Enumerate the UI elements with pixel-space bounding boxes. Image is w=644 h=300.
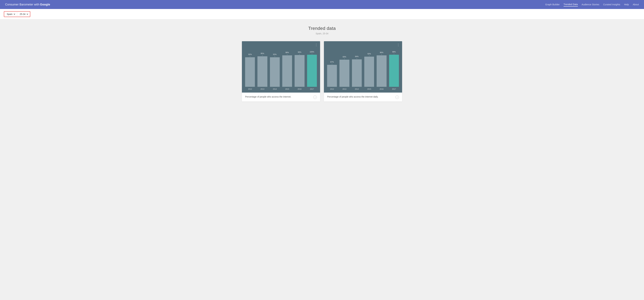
bar-group-2015: 92% bbox=[364, 53, 374, 87]
bar-tick bbox=[262, 55, 262, 56]
bar-label-top: 99% bbox=[298, 51, 301, 53]
bar-2014 bbox=[270, 57, 280, 87]
header: Consumer Barometer with Google Graph Bui… bbox=[0, 0, 644, 9]
bar-2015 bbox=[282, 55, 292, 87]
bar-label-top: 95% bbox=[261, 52, 264, 54]
bar-group-2015: 98% bbox=[282, 52, 292, 87]
bar-2016 bbox=[377, 55, 386, 87]
bar-2017 bbox=[389, 55, 399, 87]
bar-tick bbox=[287, 54, 287, 55]
chart-description: Percentage of people who access the inte… bbox=[245, 95, 312, 98]
nav-item-about[interactable]: About bbox=[633, 3, 639, 7]
bar-tick bbox=[357, 58, 357, 59]
nav-item-trended-data[interactable]: Trended Data bbox=[564, 3, 578, 7]
info-icon[interactable]: i bbox=[313, 95, 317, 99]
bars-container: 67%83%84%92%96%98% bbox=[327, 50, 399, 87]
x-label-2013: 2013 bbox=[258, 88, 267, 90]
bar-group-2017: 98% bbox=[389, 51, 399, 87]
chart-footer: Percentage of people who access the inte… bbox=[242, 93, 320, 102]
chart-area-chart-2: ⋮67%83%84%92%96%98%201220132014201520162… bbox=[324, 41, 402, 93]
x-axis-labels: 201220132014201520162017 bbox=[245, 88, 317, 90]
filter-wrapper: Spain 25-34 bbox=[4, 11, 30, 17]
charts-grid: ⋮92%95%92%98%99%100%20122013201420152016… bbox=[242, 41, 402, 102]
main-nav: Graph BuilderTrended DataAudience Storie… bbox=[545, 3, 639, 7]
filter-bar: Spain 25-34 bbox=[0, 9, 644, 20]
age-select[interactable]: 25-34 bbox=[18, 12, 29, 16]
x-label-2015: 2015 bbox=[364, 88, 374, 90]
chart-card-chart-2: ⋮67%83%84%92%96%98%201220132014201520162… bbox=[324, 41, 402, 102]
bar-2012 bbox=[245, 57, 255, 87]
bar-group-2017: 100% bbox=[307, 51, 317, 87]
bar-label-top: 96% bbox=[380, 52, 383, 53]
x-label-2013: 2013 bbox=[340, 88, 349, 90]
bar-2013 bbox=[340, 60, 349, 87]
bar-group-2013: 95% bbox=[258, 52, 267, 87]
info-icon[interactable]: i bbox=[395, 95, 399, 99]
x-label-2015: 2015 bbox=[282, 88, 292, 90]
nav-item-audience-stories[interactable]: Audience Stories bbox=[582, 3, 600, 7]
bar-tick bbox=[275, 56, 275, 57]
x-label-2012: 2012 bbox=[327, 88, 337, 90]
x-label-2017: 2017 bbox=[389, 88, 399, 90]
bar-label-top: 92% bbox=[248, 53, 252, 55]
bar-tick bbox=[344, 58, 344, 59]
chart-menu-icon[interactable]: ⋮ bbox=[397, 43, 400, 46]
bar-group-2014: 84% bbox=[352, 56, 362, 87]
bar-group-2014: 92% bbox=[270, 53, 280, 87]
chart-footer: Percentage of people who access the inte… bbox=[324, 93, 402, 102]
filter-divider bbox=[17, 12, 17, 16]
country-select[interactable]: Spain bbox=[6, 12, 16, 16]
x-label-2016: 2016 bbox=[377, 88, 386, 90]
bar-group-2012: 67% bbox=[327, 61, 337, 87]
nav-item-graph-builder[interactable]: Graph Builder bbox=[545, 3, 560, 7]
chart-menu-icon[interactable]: ⋮ bbox=[315, 43, 318, 46]
logo-text: Consumer Barometer with bbox=[5, 3, 40, 6]
bar-2017 bbox=[307, 55, 317, 87]
page-title: Trended data bbox=[308, 26, 336, 31]
chart-card-chart-1: ⋮92%95%92%98%99%100%20122013201420152016… bbox=[242, 41, 320, 102]
logo: Consumer Barometer with Google bbox=[5, 3, 50, 6]
bar-2012 bbox=[327, 65, 337, 87]
page-subtitle: Spain, 25-34 bbox=[316, 32, 328, 35]
bar-label-top: 92% bbox=[368, 53, 371, 55]
bar-label-top: 83% bbox=[343, 56, 346, 58]
bar-label-top: 92% bbox=[273, 53, 276, 55]
chart-description: Percentage of people who access the inte… bbox=[327, 95, 394, 98]
bar-2015 bbox=[364, 57, 374, 87]
bar-label-top: 98% bbox=[286, 52, 289, 53]
x-label-2014: 2014 bbox=[270, 88, 280, 90]
x-label-2014: 2014 bbox=[352, 88, 362, 90]
x-label-2012: 2012 bbox=[245, 88, 255, 90]
bar-group-2016: 99% bbox=[294, 51, 304, 87]
bar-group-2013: 83% bbox=[340, 56, 349, 87]
bar-group-2016: 96% bbox=[377, 52, 386, 87]
bar-2014 bbox=[352, 59, 362, 87]
bar-label-top: 100% bbox=[310, 51, 314, 53]
bar-label-top: 98% bbox=[392, 51, 396, 53]
bar-2013 bbox=[258, 56, 267, 87]
bar-group-2012: 92% bbox=[245, 53, 255, 87]
bar-2016 bbox=[294, 55, 304, 87]
bar-tick bbox=[369, 55, 369, 56]
chart-area-chart-1: ⋮92%95%92%98%99%100%20122013201420152016… bbox=[242, 41, 320, 93]
x-label-2017: 2017 bbox=[307, 88, 317, 90]
x-axis-labels: 201220132014201520162017 bbox=[327, 88, 399, 90]
main-content: Trended data Spain, 25-34 ⋮92%95%92%98%9… bbox=[0, 20, 644, 111]
bar-label-top: 84% bbox=[355, 56, 358, 57]
x-label-2016: 2016 bbox=[294, 88, 304, 90]
nav-item-help[interactable]: Help bbox=[624, 3, 629, 7]
bars-container: 92%95%92%98%99%100% bbox=[245, 50, 317, 87]
nav-item-curated-insights[interactable]: Curated Insights bbox=[603, 3, 620, 7]
bar-label-top: 67% bbox=[330, 61, 334, 63]
logo-google: Google bbox=[40, 3, 50, 6]
